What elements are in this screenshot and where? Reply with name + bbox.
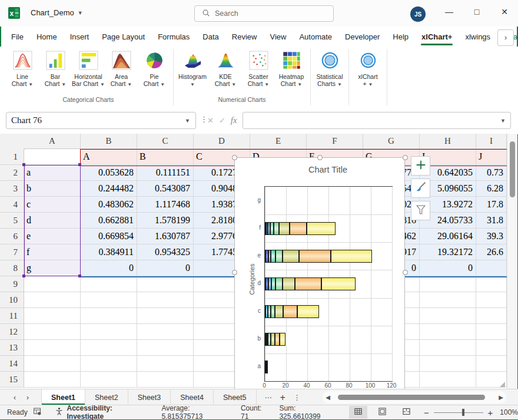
minimize-button[interactable]: — — [436, 0, 463, 24]
cell-B8[interactable]: 0 — [81, 260, 137, 276]
cell-B9[interactable] — [81, 276, 137, 292]
cancel-formula-icon[interactable]: ✕ — [207, 116, 214, 125]
macro-record-button[interactable] — [33, 407, 42, 418]
cell-H6[interactable]: 29.06164 — [420, 229, 476, 244]
cell-C2[interactable]: 0.111151 — [137, 165, 194, 181]
cell-B2[interactable]: 0.053628 — [81, 165, 137, 181]
bar-segment-e[interactable] — [299, 250, 331, 263]
cell-A13[interactable] — [24, 340, 81, 356]
add-sheet-button[interactable]: + — [280, 392, 285, 403]
zoom-slider[interactable] — [434, 406, 483, 419]
cell-A15[interactable] — [24, 372, 81, 388]
ribbon-tab-file[interactable]: File — [5, 28, 30, 47]
zoom-level[interactable]: 100% — [500, 408, 518, 416]
bar-segment-b[interactable] — [280, 333, 285, 346]
plot-area[interactable] — [264, 186, 393, 382]
ribbon-tab-automate[interactable]: Automate — [293, 28, 338, 47]
line-chart-button[interactable]: LineChart ▼ — [6, 49, 39, 88]
bar-segment-a[interactable] — [265, 361, 268, 373]
cell-B3[interactable]: 0.244482 — [81, 181, 137, 197]
cell-A5[interactable]: d — [24, 213, 81, 229]
row-header-5[interactable]: 5 — [0, 213, 24, 229]
cell-I14[interactable] — [476, 356, 507, 372]
range-corner-handle[interactable] — [78, 163, 81, 166]
ribbon-tab-review[interactable]: Review — [225, 28, 264, 47]
scatter-chart-button[interactable]: ScatterChart ▼ — [242, 49, 275, 88]
column-header-D[interactable]: D — [194, 134, 250, 149]
cell-B7[interactable]: 0.384911 — [81, 244, 137, 260]
cell-C12[interactable] — [137, 324, 194, 340]
row-header-7[interactable]: 7 — [0, 244, 24, 260]
avatar[interactable]: JS — [410, 6, 426, 22]
cell-B6[interactable]: 0.669854 — [81, 229, 137, 244]
bar-segment-c[interactable] — [275, 305, 283, 318]
cell-A8[interactable]: g — [24, 260, 81, 276]
cell-I8[interactable] — [476, 260, 507, 276]
cell-A12[interactable] — [24, 324, 81, 340]
prev-sheet-icon[interactable]: ‹ — [8, 393, 21, 402]
kde-chart-button[interactable]: KDEChart ▼ — [209, 49, 242, 88]
cell-H13[interactable] — [420, 340, 476, 356]
row-header-15[interactable]: 15 — [0, 372, 24, 388]
ribbon-tab-xlchart-[interactable]: xlChart+ — [415, 28, 459, 47]
cell-A11[interactable] — [24, 308, 81, 324]
row-header-10[interactable]: 10 — [0, 292, 24, 308]
cell-I5[interactable]: 31.8 — [476, 213, 507, 229]
y-axis-label[interactable]: Categories — [248, 263, 255, 295]
search-input[interactable]: Search — [194, 5, 334, 22]
column-header-F[interactable]: F — [307, 134, 363, 149]
page-layout-view-button[interactable] — [373, 406, 391, 419]
cell-H15[interactable] — [420, 372, 476, 388]
bar-segment-f[interactable] — [279, 222, 290, 235]
horizontal-scrollbar[interactable]: ◀ ▶ — [323, 391, 506, 404]
bar-segment-e[interactable] — [271, 250, 275, 263]
chart-selection-handle[interactable] — [232, 270, 237, 275]
ribbon-tab-home[interactable]: Home — [30, 28, 64, 47]
ribbon-tab-developer[interactable]: Developer — [338, 28, 386, 47]
cell-C11[interactable] — [137, 308, 194, 324]
cell-I12[interactable] — [476, 324, 507, 340]
row-header-3[interactable]: 3 — [0, 181, 24, 197]
cell-C1[interactable]: B — [137, 149, 194, 165]
chart-title[interactable]: Chart Title — [264, 165, 391, 174]
cell-I6[interactable]: 39.3 — [476, 229, 507, 244]
column-header-H[interactable]: H — [420, 134, 476, 149]
statistical-charts-button[interactable]: StatisticalCharts ▼ — [313, 49, 346, 88]
cell-I9[interactable] — [476, 276, 507, 292]
bar-segment-d[interactable] — [295, 277, 321, 290]
ribbon-tab-data[interactable]: Data — [196, 28, 225, 47]
range-corner-handle[interactable] — [22, 163, 25, 166]
page-break-view-button[interactable] — [397, 406, 416, 419]
more-sheets-icon[interactable]: ⋯ — [265, 393, 272, 402]
bar-segment-f[interactable] — [307, 222, 336, 235]
cell-I4[interactable]: 17.8 — [476, 197, 507, 213]
cell-H10[interactable] — [420, 292, 476, 308]
cell-C6[interactable]: 1.630787 — [137, 229, 194, 244]
cell-A2[interactable]: a — [24, 165, 81, 181]
cell-C3[interactable]: 0.543087 — [137, 181, 194, 197]
column-header-A[interactable]: A — [24, 134, 81, 149]
row-header-2[interactable]: 2 — [0, 165, 24, 181]
chart-selection-handle[interactable] — [317, 155, 323, 160]
bar-chart-button[interactable]: BarChart ▼ — [39, 49, 72, 88]
row-header-8[interactable]: 8 — [0, 260, 24, 276]
insert-function-icon[interactable]: fx — [231, 115, 237, 125]
ribbon-tab-view[interactable]: View — [263, 28, 293, 47]
sheet-tab-sheet4[interactable]: Sheet4 — [171, 389, 214, 405]
sheet-tab-sheet5[interactable]: Sheet5 — [214, 389, 257, 405]
enter-formula-icon[interactable]: ✓ — [219, 116, 225, 125]
document-title[interactable]: Chart_Demo ▼ — [31, 8, 83, 17]
pie-chart-button[interactable]: PieChart ▼ — [138, 49, 171, 88]
bar-segment-d[interactable] — [275, 277, 283, 290]
range-corner-handle[interactable] — [78, 275, 81, 277]
cell-I11[interactable] — [476, 308, 507, 324]
cell-H14[interactable] — [420, 356, 476, 372]
next-sheet-icon[interactable]: › — [21, 393, 34, 402]
cell-A7[interactable]: f — [24, 244, 81, 260]
cell-C10[interactable] — [137, 292, 194, 308]
scroll-left-icon[interactable]: ◀ — [323, 394, 333, 401]
cell-C14[interactable] — [137, 356, 194, 372]
cell-I10[interactable] — [476, 292, 507, 308]
bar-segment-c[interactable] — [297, 305, 319, 318]
bar-segment-d[interactable] — [283, 277, 295, 290]
